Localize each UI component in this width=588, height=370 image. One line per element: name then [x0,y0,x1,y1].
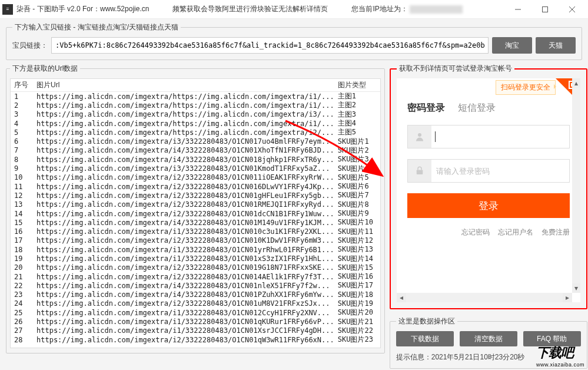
table-row[interactable]: 15https://img.alicdn.com/imgextra/i4/332… [11,218,380,227]
table-row[interactable]: 20https://img.alicdn.com/imgextra/i2/332… [11,263,380,272]
lock-icon [408,160,431,182]
url-table: 序号 图片Url 图片类型 1https://img.alicdn.com/im… [10,78,381,348]
table-row[interactable]: 11https://img.alicdn.com/imgextra/i2/332… [11,182,380,191]
link-label: 宝贝链接： [12,41,48,51]
cell-idx: 15 [11,219,33,227]
table-row[interactable]: 10https://img.alicdn.com/imgextra/i2/332… [11,173,380,182]
scroll-left-icon[interactable]: ◂ [397,293,406,302]
cell-url: https://img.alicdn.com/imgextra/i1/33222… [33,255,334,263]
cell-url: https://img.alicdn.com/imgextra/i2/33222… [33,236,334,245]
login-horizontal-scrollbar[interactable]: ◂ ▸ [397,293,572,302]
table-row[interactable]: 13https://img.alicdn.com/imgextra/i2/332… [11,200,380,209]
link-input[interactable] [51,37,489,54]
watermark: 下载吧 www.xiazaiba.com [536,344,584,368]
cell-idx: 3 [11,110,33,118]
close-icon [569,6,575,12]
maximize-button[interactable] [531,0,559,18]
table-row[interactable]: 9https://img.alicdn.com/imgextra/i3/3322… [11,164,380,173]
scroll-up-icon[interactable]: ▴ [572,78,580,88]
table-body[interactable]: 1https://img.alicdn.com/imgextra/https:/… [11,92,380,348]
clear-data-button[interactable]: 清空数据 [460,331,517,346]
cell-idx: 22 [11,282,33,290]
close-button[interactable] [559,0,586,18]
download-data-button[interactable]: 下载数据 [396,331,454,346]
table-row[interactable]: 23https://img.alicdn.com/imgextra/i4/332… [11,290,380,299]
cell-idx: 13 [11,200,33,209]
table-row[interactable]: 18https://img.alicdn.com/imgextra/i1/332… [11,245,380,254]
col-header-idx[interactable]: 序号 [11,80,33,90]
password-input[interactable] [431,160,569,182]
cell-url: https://img.alicdn.com/imgextra/i2/33222… [33,173,334,181]
table-row[interactable]: 21https://img.alicdn.com/imgextra/i2/332… [11,272,380,281]
svg-rect-9 [416,170,423,175]
tab-sms-login[interactable]: 短信登录 [458,102,496,114]
login-legend: 获取不到详情页可尝试登录淘宝帐号 [397,64,514,74]
tab-password-login[interactable]: 密码登录 [407,102,445,114]
cell-url: https://img.alicdn.com/imgextra/i2/33222… [33,273,334,281]
table-row[interactable]: 14https://img.alicdn.com/imgextra/i2/332… [11,209,380,218]
titlebar-warning: 频繁获取会导致阿里进行滑块验证无法解析详情页 [172,4,328,14]
login-button[interactable]: 登录 [407,193,570,218]
watermark-text: 下载吧 [536,344,584,362]
table-row[interactable]: 17https://img.alicdn.com/imgextra/i2/332… [11,236,380,245]
table-row[interactable]: 1https://img.alicdn.com/imgextra/https:/… [11,92,380,101]
hint-value: 2021年5月21日10时23分20秒 [431,353,525,361]
login-vertical-scrollbar[interactable]: ▴ ▾ [572,78,580,293]
cell-idx: 8 [11,156,33,164]
table-row[interactable]: 24https://img.alicdn.com/imgextra/i2/332… [11,299,380,308]
cell-idx: 14 [11,210,33,218]
cell-idx: 24 [11,299,33,308]
username-field[interactable] [407,125,570,148]
taobao-button[interactable]: 淘宝 [492,37,532,54]
qr-tip: 扫码登录更安全 [496,80,556,95]
minimize-button[interactable] [504,0,531,18]
table-row[interactable]: 19https://img.alicdn.com/imgextra/i1/332… [11,254,380,263]
cell-idx: 26 [11,318,33,326]
cell-url: https://img.alicdn.com/imgextra/i4/33222… [33,219,334,227]
cell-url: https://img.alicdn.com/imgextra/i1/33222… [33,318,334,326]
link-register[interactable]: 免费注册 [542,227,570,237]
cell-idx: 19 [11,255,33,263]
table-row[interactable]: 16https://img.alicdn.com/imgextra/i1/332… [11,227,380,236]
col-header-url[interactable]: 图片Url [33,80,334,90]
cell-idx: 23 [11,290,33,299]
table-row[interactable]: 3https://img.alicdn.com/imgextra/https:/… [11,110,380,119]
app-window: ≡ 柒吾 - 下图助手 v2.0 For：www.52pojie.cn 频繁获取… [0,0,588,370]
scroll-right-icon[interactable]: ▸ [563,293,572,302]
cell-url: https://img.alicdn.com/imgextra/i4/33222… [33,146,334,154]
cell-url: https://img.alicdn.com/imgextra/https://… [33,110,334,118]
cell-url: https://img.alicdn.com/imgextra/i2/33222… [33,299,334,308]
table-row[interactable]: 8https://img.alicdn.com/imgextra/i4/3322… [11,155,380,164]
cell-idx: 9 [11,164,33,173]
cell-url: https://img.alicdn.com/imgextra/i2/33222… [33,210,334,218]
table-row[interactable]: 4https://img.alicdn.com/imgextra/https:/… [11,119,380,128]
table-row[interactable]: 2https://img.alicdn.com/imgextra/https:/… [11,101,380,110]
table-row[interactable]: 6https://img.alicdn.com/imgextra/i3/3322… [11,137,380,146]
password-field[interactable] [407,159,570,183]
cell-url: https://img.alicdn.com/imgextra/i4/33222… [33,282,334,290]
cell-url: https://img.alicdn.com/imgextra/i3/33222… [33,137,334,146]
table-row[interactable]: 22https://img.alicdn.com/imgextra/i4/332… [11,281,380,290]
table-row[interactable]: 26https://img.alicdn.com/imgextra/i1/332… [11,317,380,326]
username-input[interactable] [436,125,569,148]
cell-idx: 6 [11,137,33,146]
cell-url: https://img.alicdn.com/imgextra/i2/33222… [33,183,334,191]
url-data-section: 下方是获取的Url数据 序号 图片Url 图片类型 1https://img.a… [6,64,385,354]
table-row[interactable]: 25https://img.alicdn.com/imgextra/i1/332… [11,308,380,317]
table-row[interactable]: 7https://img.alicdn.com/imgextra/i4/3322… [11,146,380,155]
link-forgot-password[interactable]: 忘记密码 [461,227,490,237]
cell-url: https://img.alicdn.com/imgextra/i3/33222… [33,164,334,173]
table-row[interactable]: 28https://img.alicdn.com/imgextra/i2/332… [11,335,380,344]
cell-idx: 11 [11,183,33,191]
table-row[interactable]: 12https://img.alicdn.com/imgextra/i2/332… [11,191,380,200]
minimize-icon [515,6,521,12]
scroll-down-icon[interactable]: ▾ [572,283,580,293]
col-header-type[interactable]: 图片类型 [334,80,380,90]
cell-idx: 21 [11,273,33,281]
table-row[interactable]: 5https://img.alicdn.com/imgextra/https:/… [11,128,380,137]
user-icon [408,125,431,148]
link-forgot-username[interactable]: 忘记用户名 [498,227,533,237]
cell-idx: 10 [11,173,33,181]
tmall-button[interactable]: 天猫 [536,37,576,54]
table-row[interactable]: 27https://img.alicdn.com/imgextra/i1/332… [11,326,380,335]
